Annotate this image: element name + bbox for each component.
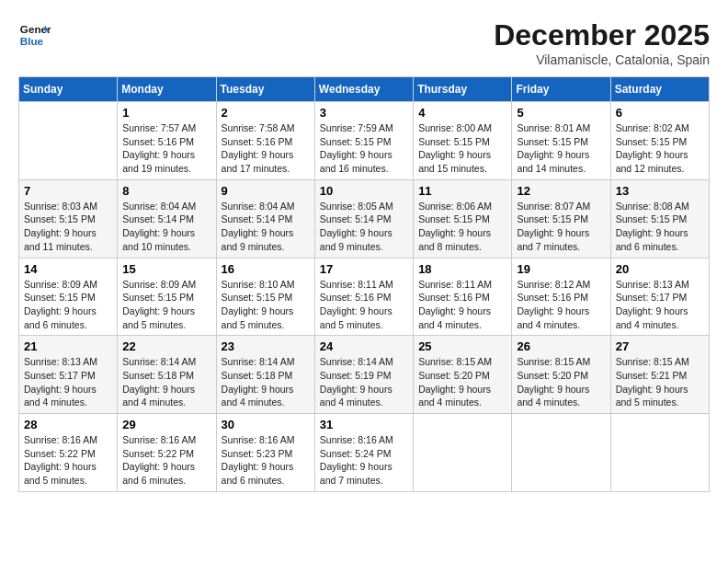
- day-info: Sunrise: 8:16 AMSunset: 5:22 PMDaylight:…: [24, 433, 112, 488]
- day-info: Sunrise: 8:10 AMSunset: 5:15 PMDaylight:…: [222, 278, 310, 332]
- calendar-cell: 17Sunrise: 8:11 AMSunset: 5:16 PMDayligh…: [314, 258, 413, 336]
- day-number: 26: [517, 339, 605, 353]
- day-info: Sunrise: 8:08 AMSunset: 5:15 PMDaylight:…: [616, 200, 704, 254]
- day-info: Sunrise: 8:07 AMSunset: 5:15 PMDaylight:…: [517, 200, 605, 254]
- day-info: Sunrise: 8:13 AMSunset: 5:17 PMDaylight:…: [616, 278, 704, 332]
- calendar-cell: 31Sunrise: 8:16 AMSunset: 5:24 PMDayligh…: [314, 414, 413, 492]
- page-header: General Blue December 2025 Vilamaniscle,…: [18, 18, 710, 67]
- calendar-cell: 11Sunrise: 8:06 AMSunset: 5:15 PMDayligh…: [414, 179, 512, 258]
- day-info: Sunrise: 8:02 AMSunset: 5:15 PMDaylight:…: [616, 121, 704, 176]
- calendar-cell: 27Sunrise: 8:15 AMSunset: 5:21 PMDayligh…: [610, 336, 709, 414]
- day-info: Sunrise: 8:11 AMSunset: 5:16 PMDaylight:…: [320, 278, 408, 332]
- day-info: Sunrise: 8:11 AMSunset: 5:16 PMDaylight:…: [418, 278, 506, 332]
- day-number: 5: [517, 106, 605, 120]
- calendar-cell: 10Sunrise: 8:05 AMSunset: 5:14 PMDayligh…: [314, 179, 413, 258]
- calendar-cell: 25Sunrise: 8:15 AMSunset: 5:20 PMDayligh…: [414, 336, 512, 414]
- day-info: Sunrise: 8:04 AMSunset: 5:14 PMDaylight:…: [222, 200, 310, 254]
- weekday-header-sunday: Sunday: [19, 77, 118, 102]
- day-number: 20: [616, 262, 704, 276]
- calendar-cell: 12Sunrise: 8:07 AMSunset: 5:15 PMDayligh…: [512, 179, 610, 258]
- day-number: 15: [122, 262, 210, 276]
- calendar-cell: 29Sunrise: 8:16 AMSunset: 5:22 PMDayligh…: [118, 414, 216, 492]
- calendar-cell: 23Sunrise: 8:14 AMSunset: 5:18 PMDayligh…: [216, 336, 314, 414]
- calendar-cell: 4Sunrise: 8:00 AMSunset: 5:15 PMDaylight…: [414, 102, 512, 180]
- calendar-cell: [512, 414, 610, 492]
- day-number: 21: [24, 339, 112, 353]
- day-number: 24: [320, 339, 408, 353]
- calendar-cell: [414, 414, 512, 492]
- calendar-cell: 9Sunrise: 8:04 AMSunset: 5:14 PMDaylight…: [216, 179, 314, 258]
- day-number: 27: [616, 339, 704, 353]
- calendar-cell: 21Sunrise: 8:13 AMSunset: 5:17 PMDayligh…: [19, 336, 118, 414]
- calendar-cell: 14Sunrise: 8:09 AMSunset: 5:15 PMDayligh…: [19, 258, 118, 336]
- day-info: Sunrise: 8:15 AMSunset: 5:21 PMDaylight:…: [616, 355, 704, 409]
- calendar-week-row: 1Sunrise: 7:57 AMSunset: 5:16 PMDaylight…: [19, 102, 710, 180]
- calendar-cell: 16Sunrise: 8:10 AMSunset: 5:15 PMDayligh…: [216, 258, 314, 336]
- calendar-cell: 20Sunrise: 8:13 AMSunset: 5:17 PMDayligh…: [610, 258, 709, 336]
- calendar-cell: 6Sunrise: 8:02 AMSunset: 5:15 PMDaylight…: [610, 102, 709, 180]
- day-number: 22: [122, 339, 210, 353]
- calendar-table: SundayMondayTuesdayWednesdayThursdayFrid…: [18, 76, 710, 492]
- calendar-week-row: 28Sunrise: 8:16 AMSunset: 5:22 PMDayligh…: [19, 414, 710, 492]
- day-info: Sunrise: 7:58 AMSunset: 5:16 PMDaylight:…: [222, 121, 310, 176]
- day-number: 28: [24, 418, 112, 431]
- day-number: 6: [616, 106, 704, 120]
- day-info: Sunrise: 8:14 AMSunset: 5:18 PMDaylight:…: [122, 355, 210, 409]
- calendar-cell: 15Sunrise: 8:09 AMSunset: 5:15 PMDayligh…: [118, 258, 216, 336]
- calendar-week-row: 7Sunrise: 8:03 AMSunset: 5:15 PMDaylight…: [19, 179, 710, 258]
- day-number: 7: [24, 184, 112, 198]
- day-number: 9: [222, 184, 310, 198]
- day-info: Sunrise: 7:59 AMSunset: 5:15 PMDaylight:…: [320, 121, 408, 176]
- day-info: Sunrise: 8:04 AMSunset: 5:14 PMDaylight:…: [122, 200, 210, 254]
- calendar-week-row: 14Sunrise: 8:09 AMSunset: 5:15 PMDayligh…: [19, 258, 710, 336]
- day-number: 18: [418, 262, 506, 276]
- calendar-cell: 2Sunrise: 7:58 AMSunset: 5:16 PMDaylight…: [216, 102, 314, 180]
- day-number: 10: [320, 184, 408, 198]
- calendar-cell: 1Sunrise: 7:57 AMSunset: 5:16 PMDaylight…: [118, 102, 216, 180]
- calendar-cell: 22Sunrise: 8:14 AMSunset: 5:18 PMDayligh…: [118, 336, 216, 414]
- day-info: Sunrise: 8:01 AMSunset: 5:15 PMDaylight:…: [517, 121, 605, 176]
- svg-text:Blue: Blue: [20, 35, 44, 47]
- day-info: Sunrise: 8:16 AMSunset: 5:24 PMDaylight:…: [320, 433, 408, 488]
- day-number: 1: [122, 106, 210, 120]
- day-info: Sunrise: 8:14 AMSunset: 5:19 PMDaylight:…: [320, 355, 408, 409]
- logo-icon: General Blue: [18, 18, 51, 52]
- day-number: 19: [517, 262, 605, 276]
- weekday-header-monday: Monday: [118, 77, 216, 102]
- calendar-week-row: 21Sunrise: 8:13 AMSunset: 5:17 PMDayligh…: [19, 336, 710, 414]
- day-number: 31: [320, 418, 408, 431]
- weekday-header-saturday: Saturday: [610, 77, 709, 102]
- calendar-cell: [19, 102, 118, 180]
- weekday-header-wednesday: Wednesday: [314, 77, 413, 102]
- weekday-header-tuesday: Tuesday: [216, 77, 314, 102]
- day-info: Sunrise: 8:14 AMSunset: 5:18 PMDaylight:…: [222, 355, 310, 409]
- day-info: Sunrise: 8:05 AMSunset: 5:14 PMDaylight:…: [320, 200, 408, 254]
- day-info: Sunrise: 8:06 AMSunset: 5:15 PMDaylight:…: [418, 200, 506, 254]
- day-number: 12: [517, 184, 605, 198]
- calendar-cell: 3Sunrise: 7:59 AMSunset: 5:15 PMDaylight…: [314, 102, 413, 180]
- day-info: Sunrise: 8:12 AMSunset: 5:16 PMDaylight:…: [517, 278, 605, 332]
- day-info: Sunrise: 7:57 AMSunset: 5:16 PMDaylight:…: [122, 121, 210, 176]
- day-info: Sunrise: 8:16 AMSunset: 5:22 PMDaylight:…: [122, 433, 210, 488]
- title-area: December 2025 Vilamaniscle, Catalonia, S…: [494, 18, 710, 67]
- day-number: 8: [122, 184, 210, 198]
- day-number: 17: [320, 262, 408, 276]
- calendar-cell: 26Sunrise: 8:15 AMSunset: 5:20 PMDayligh…: [512, 336, 610, 414]
- day-info: Sunrise: 8:03 AMSunset: 5:15 PMDaylight:…: [24, 200, 112, 254]
- month-title: December 2025: [494, 18, 710, 52]
- weekday-header-thursday: Thursday: [414, 77, 512, 102]
- day-number: 25: [418, 339, 506, 353]
- day-number: 23: [222, 339, 310, 353]
- location-title: Vilamaniscle, Catalonia, Spain: [494, 52, 710, 67]
- calendar-cell: 30Sunrise: 8:16 AMSunset: 5:23 PMDayligh…: [216, 414, 314, 492]
- calendar-cell: 19Sunrise: 8:12 AMSunset: 5:16 PMDayligh…: [512, 258, 610, 336]
- calendar-cell: [610, 414, 709, 492]
- day-info: Sunrise: 8:15 AMSunset: 5:20 PMDaylight:…: [418, 355, 506, 409]
- day-number: 29: [122, 418, 210, 431]
- day-number: 11: [418, 184, 506, 198]
- day-number: 14: [24, 262, 112, 276]
- day-info: Sunrise: 8:09 AMSunset: 5:15 PMDaylight:…: [122, 278, 210, 332]
- day-number: 2: [222, 106, 310, 120]
- calendar-cell: 13Sunrise: 8:08 AMSunset: 5:15 PMDayligh…: [610, 179, 709, 258]
- logo: General Blue: [18, 18, 51, 52]
